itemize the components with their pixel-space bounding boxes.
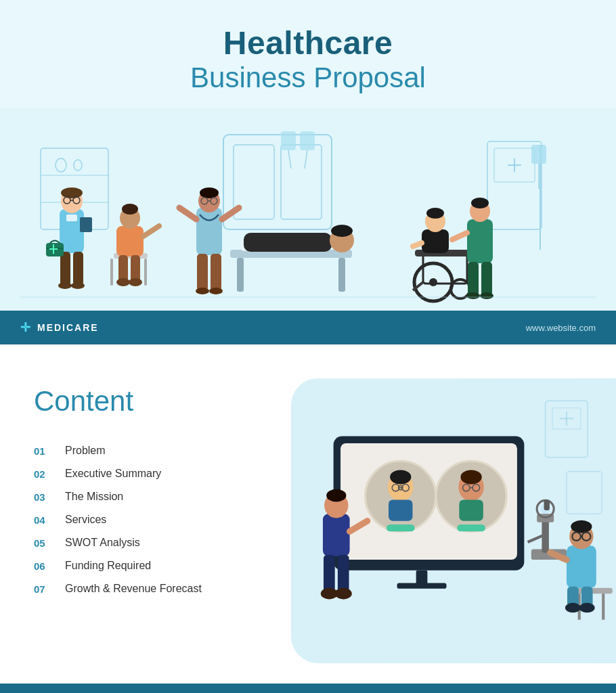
svg-point-32 xyxy=(71,282,85,289)
toc-number: 04 xyxy=(34,514,53,526)
svg-point-146 xyxy=(565,603,581,613)
toc-number: 06 xyxy=(34,560,53,572)
slide2-inner: Content 01 Problem 02 Executive Summary … xyxy=(0,358,616,684)
slide1-title-light: Business Proposal xyxy=(14,62,602,94)
toc-label: Growth & Revenue Forecast xyxy=(65,583,202,595)
toc-item: 02 Executive Summary xyxy=(34,468,278,480)
svg-point-110 xyxy=(460,470,481,485)
svg-rect-62 xyxy=(244,233,332,252)
svg-point-73 xyxy=(426,208,444,219)
footer-website-slide1: www.website.com xyxy=(526,323,596,333)
svg-point-139 xyxy=(571,520,592,533)
svg-rect-115 xyxy=(457,524,485,531)
svg-rect-23 xyxy=(66,215,77,221)
svg-rect-116 xyxy=(416,571,428,585)
svg-point-56 xyxy=(196,288,209,294)
svg-rect-54 xyxy=(197,254,208,291)
svg-point-47 xyxy=(200,187,219,198)
slide2-illustration xyxy=(291,378,616,663)
slide1: Healthcare Business Proposal xyxy=(0,0,616,344)
svg-point-100 xyxy=(390,470,411,485)
toc-label: Funding Required xyxy=(65,560,151,572)
slide1-illustration xyxy=(0,108,616,311)
toc-item: 04 Services xyxy=(34,514,278,526)
slide2-footer: ✛ MEDICARE www.website.com xyxy=(0,684,616,693)
svg-rect-71 xyxy=(422,229,449,253)
svg-point-126 xyxy=(335,588,352,600)
toc-label: SWOT Analysis xyxy=(65,537,140,549)
svg-rect-55 xyxy=(211,254,221,291)
slide1-title-bold: Healthcare xyxy=(14,24,602,62)
svg-rect-123 xyxy=(324,555,335,594)
svg-point-85 xyxy=(466,292,480,299)
slide-gap xyxy=(0,344,616,358)
content-heading: Content xyxy=(34,385,278,418)
svg-rect-106 xyxy=(387,524,415,531)
svg-point-38 xyxy=(122,204,138,215)
svg-rect-60 xyxy=(338,258,345,292)
svg-rect-101 xyxy=(389,499,412,520)
toc-label: Problem xyxy=(65,445,106,457)
svg-rect-14 xyxy=(300,131,315,150)
svg-rect-13 xyxy=(281,131,296,150)
toc-item: 03 The Mission xyxy=(34,491,278,503)
svg-rect-83 xyxy=(468,262,479,296)
svg-rect-111 xyxy=(459,499,483,520)
svg-rect-80 xyxy=(531,145,546,164)
toc-number: 07 xyxy=(34,583,53,595)
slide1-footer: ✛ MEDICARE www.website.com xyxy=(0,311,616,344)
svg-point-31 xyxy=(58,282,72,289)
svg-rect-24 xyxy=(80,217,92,232)
toc-number: 05 xyxy=(34,537,53,549)
svg-point-64 xyxy=(331,225,353,237)
svg-rect-132 xyxy=(544,499,550,510)
footer-brand-text-slide1: MEDICARE xyxy=(37,322,99,333)
svg-rect-84 xyxy=(481,262,492,296)
svg-point-44 xyxy=(129,278,142,286)
slide2-right xyxy=(291,378,616,663)
cross-icon-slide1: ✛ xyxy=(20,320,32,335)
toc-number: 02 xyxy=(34,468,53,480)
toc-item: 07 Growth & Revenue Forecast xyxy=(34,583,278,595)
svg-rect-59 xyxy=(237,258,244,292)
svg-rect-75 xyxy=(467,219,493,263)
svg-point-77 xyxy=(471,198,489,208)
svg-rect-124 xyxy=(338,555,349,594)
toc-item: 06 Funding Required xyxy=(34,560,278,572)
svg-rect-118 xyxy=(323,514,350,556)
footer-brand-slide1: ✛ MEDICARE xyxy=(20,320,99,335)
svg-point-57 xyxy=(209,288,223,294)
svg-rect-35 xyxy=(144,259,147,286)
toc-list: 01 Problem 02 Executive Summary 03 The M… xyxy=(34,445,278,595)
slide1-header: Healthcare Business Proposal xyxy=(0,0,616,108)
svg-point-66 xyxy=(429,278,437,286)
toc-number: 03 xyxy=(34,491,53,503)
svg-point-147 xyxy=(579,603,595,613)
svg-point-19 xyxy=(61,187,83,198)
svg-rect-26 xyxy=(73,252,83,286)
svg-rect-34 xyxy=(110,259,113,286)
slide2: Content 01 Problem 02 Executive Summary … xyxy=(0,358,616,693)
toc-label: The Mission xyxy=(65,491,123,503)
toc-item: 01 Problem xyxy=(34,445,278,457)
svg-point-86 xyxy=(480,292,493,299)
svg-rect-25 xyxy=(60,252,70,286)
svg-point-43 xyxy=(116,278,130,286)
svg-point-120 xyxy=(326,489,346,502)
toc-item: 05 SWOT Analysis xyxy=(34,537,278,549)
svg-line-74 xyxy=(413,243,422,246)
toc-label: Services xyxy=(65,514,106,526)
svg-rect-137 xyxy=(567,545,596,588)
slide2-left: Content 01 Problem 02 Executive Summary … xyxy=(0,358,291,684)
toc-number: 01 xyxy=(34,445,53,457)
toc-label: Executive Summary xyxy=(65,468,161,480)
svg-rect-117 xyxy=(397,583,447,589)
svg-rect-36 xyxy=(116,226,144,256)
